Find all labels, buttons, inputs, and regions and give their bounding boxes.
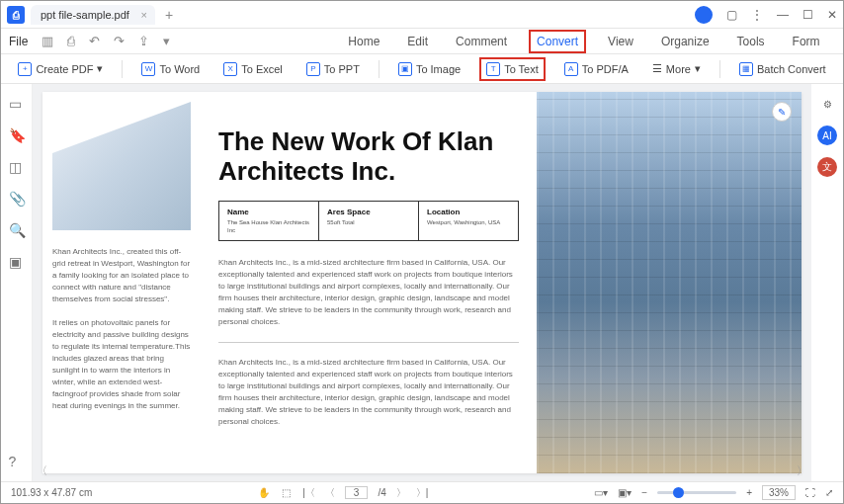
word-icon: W xyxy=(141,62,155,76)
table-cell: The Sea House Klan Architects Inc xyxy=(227,219,310,235)
file-menu[interactable]: File xyxy=(9,35,28,48)
create-pdf-button[interactable]: +Create PDF▾ xyxy=(13,59,108,79)
bookmarks-icon[interactable]: 🔖 xyxy=(9,127,25,143)
document-viewport[interactable]: Khan Architects Inc., created this off-g… xyxy=(33,84,811,481)
translate-icon[interactable]: 文 xyxy=(817,157,837,177)
fields-icon[interactable]: ▣ xyxy=(9,254,25,270)
ai-assistant-icon[interactable]: AI xyxy=(817,126,837,145)
divider xyxy=(218,342,519,343)
view-mode-icon[interactable]: ▭▾ xyxy=(594,487,608,498)
to-excel-button[interactable]: XTo Excel xyxy=(218,59,288,79)
menu-organize[interactable]: Organize xyxy=(655,32,716,51)
menu-home[interactable]: Home xyxy=(342,32,385,51)
zoom-thumb[interactable] xyxy=(673,487,684,498)
help-icon[interactable]: ? xyxy=(9,454,25,469)
layers-icon[interactable]: ◫ xyxy=(9,159,25,175)
info-table: Name The Sea House Klan Architects Inc A… xyxy=(218,201,519,242)
window-close-icon[interactable]: ✕ xyxy=(827,8,837,22)
window-menu-icon[interactable]: ⋮ xyxy=(751,8,763,22)
batch-icon: ▦ xyxy=(739,62,753,76)
plus-icon: + xyxy=(18,62,32,76)
print-icon[interactable]: ⎙ xyxy=(67,34,75,48)
fit-width-icon[interactable]: ⛶ xyxy=(805,487,815,498)
undo-icon[interactable]: ↶ xyxy=(89,34,100,48)
menu-form[interactable]: Form xyxy=(787,32,826,51)
zoom-in-icon[interactable]: + xyxy=(746,487,752,498)
fullscreen-icon[interactable]: ⤢ xyxy=(825,487,833,498)
image-icon: ▣ xyxy=(398,62,412,76)
pdf-page: Khan Architects Inc., created this off-g… xyxy=(42,92,802,473)
settings-icon[interactable]: ⚙ xyxy=(817,94,837,114)
zoom-out-icon[interactable]: − xyxy=(641,487,647,498)
more-button[interactable]: ☰More▾ xyxy=(647,59,706,78)
page-headline: The New Work Of Klan Architects Inc. xyxy=(218,127,519,187)
excel-icon: X xyxy=(223,62,237,76)
document-tab[interactable]: ppt file-sample.pdf × xyxy=(31,5,155,25)
window-minimize-icon[interactable]: — xyxy=(777,8,789,22)
window-maximize-icon[interactable]: ☐ xyxy=(802,8,813,22)
table-header: Ares Space xyxy=(327,208,410,216)
separator xyxy=(122,60,123,78)
separator xyxy=(379,60,380,78)
save-icon[interactable]: ▥ xyxy=(42,34,53,48)
new-tab-button[interactable]: + xyxy=(165,7,173,23)
scroll-left-icon[interactable]: 〈 xyxy=(37,463,47,478)
menu-view[interactable]: View xyxy=(602,32,639,51)
search-panel-icon[interactable]: 🔍 xyxy=(9,222,25,238)
to-image-button[interactable]: ▣To Image xyxy=(393,59,465,79)
to-text-button[interactable]: TTo Text xyxy=(479,57,546,81)
menu-edit[interactable]: Edit xyxy=(401,32,434,51)
more-quick-icon[interactable]: ▾ xyxy=(163,34,170,48)
table-header: Location xyxy=(427,208,510,216)
window-feedback-icon[interactable]: ▢ xyxy=(726,8,737,22)
zoom-value[interactable]: 33% xyxy=(762,485,796,500)
to-word-button[interactable]: WTo Word xyxy=(136,59,205,79)
to-pdfa-button[interactable]: ATo PDF/A xyxy=(559,59,633,79)
ppt-icon: P xyxy=(306,62,320,76)
to-ppt-button[interactable]: PTo PPT xyxy=(301,59,365,79)
quick-tool-icon[interactable]: ✎ xyxy=(772,102,792,122)
body-text: Khan Architects Inc., is a mid-sized arc… xyxy=(218,257,519,328)
table-cell: 55oft Total xyxy=(327,219,410,227)
body-text: Khan Architects Inc., is a mid-sized arc… xyxy=(218,357,519,428)
page-total: /4 xyxy=(378,487,385,498)
building-image-left xyxy=(52,102,191,230)
next-page-icon[interactable]: 〉 xyxy=(396,486,406,500)
zoom-slider[interactable] xyxy=(657,491,736,494)
menu-tools[interactable]: Tools xyxy=(731,32,771,51)
table-header: Name xyxy=(227,208,310,216)
text-icon: T xyxy=(486,62,500,76)
user-avatar[interactable] xyxy=(695,6,713,24)
menu-comment[interactable]: Comment xyxy=(450,32,513,51)
first-page-icon[interactable]: |〈 xyxy=(302,486,315,500)
share-icon[interactable]: ⇪ xyxy=(138,34,149,48)
chevron-down-icon: ▾ xyxy=(97,62,103,75)
scroll-right-icon[interactable]: 〉 xyxy=(797,463,807,478)
pdfa-icon: A xyxy=(564,62,578,76)
attachments-icon[interactable]: 📎 xyxy=(9,191,25,207)
close-tab-icon[interactable]: × xyxy=(140,9,146,21)
body-text: Khan Architects Inc., created this off-g… xyxy=(52,246,191,305)
last-page-icon[interactable]: 〉| xyxy=(416,486,429,500)
page-dimensions: 101.93 x 47.87 cm xyxy=(11,487,92,498)
batch-convert-button[interactable]: ▦Batch Convert xyxy=(734,59,831,79)
thumbnails-icon[interactable]: ▭ xyxy=(9,96,25,112)
tab-title: ppt file-sample.pdf xyxy=(41,9,129,21)
building-image-right: ✎ xyxy=(537,92,802,473)
body-text: It relies on photovoltaic panels for ele… xyxy=(52,317,191,412)
more-icon: ☰ xyxy=(652,62,662,75)
prev-page-icon[interactable]: 〈 xyxy=(325,486,335,500)
redo-icon[interactable]: ↷ xyxy=(114,34,125,48)
chevron-down-icon: ▾ xyxy=(695,62,701,75)
table-cell: Westport, Washington, USA xyxy=(427,219,510,227)
hand-tool-icon[interactable]: ✋ xyxy=(258,487,270,498)
select-tool-icon[interactable]: ⬚ xyxy=(282,487,291,498)
separator xyxy=(719,60,720,78)
app-icon: ⎙ xyxy=(7,6,25,24)
page-number[interactable]: 3 xyxy=(345,486,369,499)
menu-convert[interactable]: Convert xyxy=(529,30,586,53)
read-mode-icon[interactable]: ▣▾ xyxy=(618,487,632,498)
